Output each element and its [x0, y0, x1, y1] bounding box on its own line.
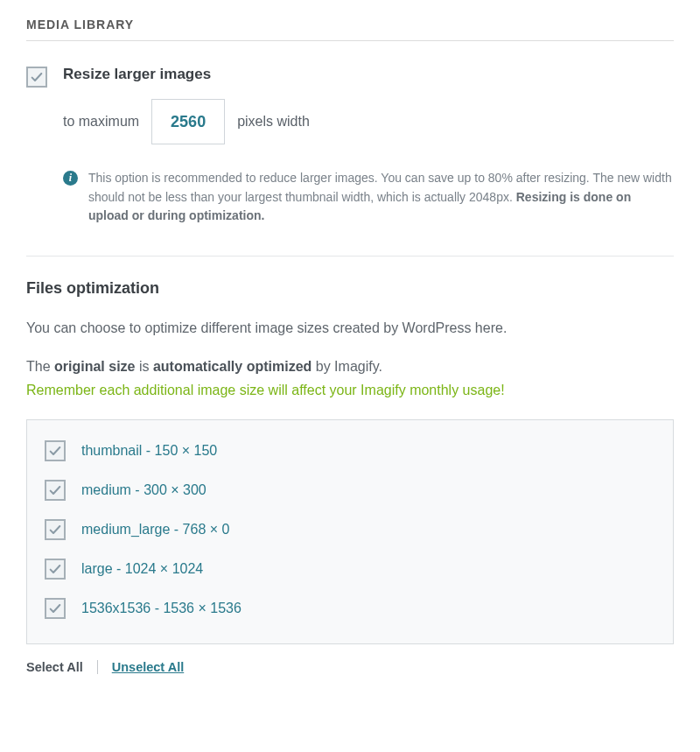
check-icon — [48, 444, 62, 458]
size-label: 1536x1536 - 1536 × 1536 — [81, 601, 242, 616]
size-label: thumbnail - 150 × 150 — [81, 443, 217, 459]
size-item-thumbnail: thumbnail - 150 × 150 — [45, 439, 655, 461]
unselect-all-button[interactable]: Unselect All — [112, 660, 184, 674]
size-label: medium_large - 768 × 0 — [81, 522, 229, 538]
files-optimization-heading: Files optimization — [26, 279, 674, 298]
info-icon: i — [63, 171, 78, 186]
size-item-medium: medium - 300 × 300 — [45, 479, 655, 501]
files-optimization-desc1: You can choose to optimize different ima… — [26, 317, 674, 340]
files-optimization-desc2: The original size is automatically optim… — [26, 355, 674, 378]
size-item-1536: 1536x1536 - 1536 × 1536 — [45, 597, 655, 619]
image-sizes-box: thumbnail - 150 × 150 medium - 300 × 300… — [26, 419, 674, 644]
size-checkbox-medium-large[interactable] — [45, 519, 66, 540]
check-icon — [48, 483, 62, 497]
resize-row: Resize larger images to maximum pixels w… — [26, 66, 674, 226]
check-icon — [48, 523, 62, 537]
size-item-medium-large: medium_large - 768 × 0 — [45, 518, 655, 540]
size-label: medium - 300 × 300 — [81, 482, 206, 498]
desc2-post: by Imagify. — [312, 359, 382, 374]
resize-content: Resize larger images to maximum pixels w… — [63, 66, 674, 226]
resize-checkbox[interactable] — [26, 67, 47, 88]
resize-label: Resize larger images — [63, 66, 674, 83]
resize-input-row: to maximum pixels width — [63, 99, 674, 144]
divider-vertical — [97, 660, 98, 674]
desc2-mid: is — [135, 359, 152, 374]
resize-suffix: pixels width — [237, 114, 310, 130]
select-all-button[interactable]: Select All — [26, 660, 83, 674]
desc2-pre: The — [26, 359, 54, 374]
desc2-b2: automatically optimized — [153, 359, 312, 374]
resize-width-input[interactable] — [151, 99, 225, 144]
size-checkbox-large[interactable] — [45, 559, 66, 580]
usage-warning: Remember each additional image size will… — [26, 383, 674, 398]
section-title: MEDIA LIBRARY — [26, 18, 674, 41]
resize-info: i This option is recommended to reduce l… — [63, 169, 674, 226]
size-checkbox-1536[interactable] — [45, 598, 66, 619]
resize-info-text: This option is recommended to reduce lar… — [88, 169, 674, 226]
check-icon — [48, 601, 62, 615]
size-label: large - 1024 × 1024 — [81, 561, 203, 577]
divider — [26, 256, 674, 257]
check-icon — [30, 70, 44, 84]
size-item-large: large - 1024 × 1024 — [45, 558, 655, 580]
size-checkbox-thumbnail[interactable] — [45, 440, 66, 461]
check-icon — [48, 562, 62, 576]
size-checkbox-medium[interactable] — [45, 480, 66, 501]
select-actions: Select All Unselect All — [26, 660, 674, 674]
desc2-b1: original size — [54, 359, 135, 374]
resize-prefix: to maximum — [63, 114, 139, 130]
